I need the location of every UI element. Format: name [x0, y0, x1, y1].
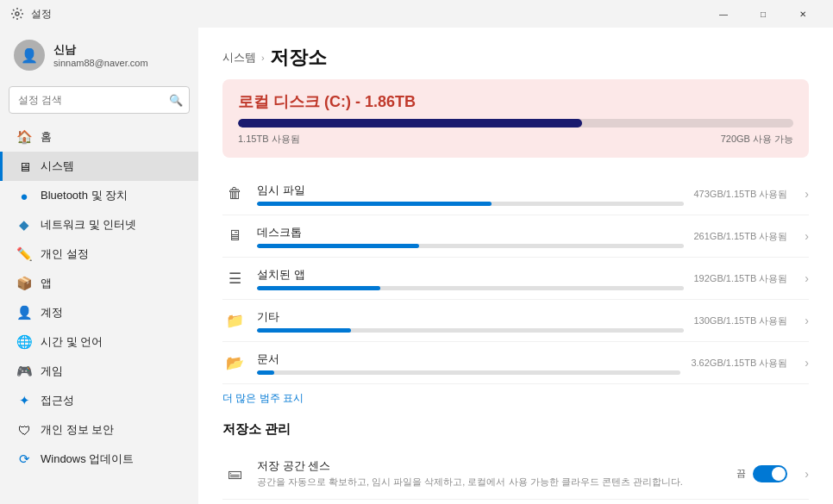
toggle-switch-sense[interactable]: [753, 465, 787, 482]
sidebar-item-label-apps: 앱: [41, 276, 52, 291]
cat-bar-fill-desktop: [257, 244, 419, 248]
breadcrumb: 시스템 › 저장소: [222, 45, 809, 71]
cat-arrow-desktop: ›: [805, 229, 809, 243]
cat-info-docs: 문서: [257, 352, 680, 375]
cat-bar-fill-other: [257, 328, 351, 333]
title-bar-controls: — □ ✕: [704, 0, 823, 28]
sidebar-item-label-privacy: 개인 정보 보안: [41, 422, 114, 438]
category-item-apps[interactable]: ☰ 설치된 앱 192GB/1.15TB 사용됨 ›: [222, 258, 809, 300]
cat-name-docs: 문서: [257, 352, 680, 367]
title-bar-left: 설정: [10, 7, 52, 22]
sidebar-item-personalization[interactable]: ✏️ 개인 설정: [0, 240, 198, 269]
gaming-icon: 🎮: [16, 364, 32, 379]
sidebar-item-time[interactable]: 🌐 시간 및 언어: [0, 327, 198, 357]
sidebar-item-label-gaming: 게임: [41, 364, 63, 379]
cat-size-temp: 473GB/1.15TB 사용됨: [694, 188, 788, 201]
cat-info-temp: 임시 파일: [257, 183, 684, 206]
sidebar: 👤 신남 sinnam88@naver.com 🔍 🏠 홈 🖥 시스템 ● Bl…: [0, 28, 198, 504]
sidebar-item-label-network: 네트워크 및 인터넷: [41, 217, 136, 233]
search-box: 🔍: [9, 86, 190, 114]
sidebar-item-system[interactable]: 🖥 시스템: [0, 152, 198, 181]
category-list: 🗑 임시 파일 473GB/1.15TB 사용됨 › 🖥 데스크톱: [222, 173, 809, 384]
cat-info-desktop: 데스크톱: [257, 225, 684, 248]
cat-bar-bg-docs: [257, 370, 680, 375]
title-bar: 설정 — □ ✕: [0, 0, 833, 28]
breadcrumb-current: 저장소: [270, 45, 327, 71]
profile-name: 신남: [53, 42, 148, 58]
maximize-button[interactable]: □: [743, 0, 783, 28]
sidebar-item-label-accounts: 계정: [41, 305, 63, 320]
docs-icon: 📂: [222, 351, 247, 375]
avatar: 👤: [14, 40, 45, 71]
apps-icon: 📦: [16, 276, 32, 291]
cat-arrow-temp: ›: [805, 187, 809, 201]
mgmt-item-sense: 🖴 저장 공간 센스 공간을 자동으로 확보하고, 임시 파일을 삭제하고, 로…: [222, 448, 809, 500]
disk-free-label: 720GB 사용 가능: [721, 133, 793, 146]
more-categories-link[interactable]: 더 많은 범주 표시: [222, 391, 809, 406]
profile-email: sinnam88@naver.com: [53, 58, 148, 68]
category-item-other[interactable]: 📁 기타 130GB/1.15TB 사용됨 ›: [222, 300, 809, 342]
minimize-button[interactable]: —: [704, 0, 743, 28]
cat-size-desktop: 261GB/1.15TB 사용됨: [694, 230, 788, 243]
disk-stats: 1.15TB 사용됨 720GB 사용 가능: [238, 133, 793, 146]
home-icon: 🏠: [16, 129, 32, 145]
sidebar-nav: 🏠 홈 🖥 시스템 ● Bluetooth 및 장치 ◆ 네트워크 및 인터넷 …: [0, 122, 198, 474]
sidebar-item-apps[interactable]: 📦 앱: [0, 269, 198, 298]
sidebar-item-gaming[interactable]: 🎮 게임: [0, 357, 198, 386]
sidebar-item-label-system: 시스템: [41, 159, 74, 174]
content-area: 시스템 › 저장소 로컬 디스크 (C:) - 1.86TB 1.15TB 사용…: [198, 28, 833, 504]
disk-bar-fill: [238, 119, 582, 128]
cat-size-docs: 3.62GB/1.15TB 사용됨: [691, 357, 787, 370]
disk-used-label: 1.15TB 사용됨: [238, 133, 300, 146]
sidebar-item-privacy[interactable]: 🛡 개인 정보 보안: [0, 415, 198, 445]
bluetooth-icon: ●: [16, 188, 32, 203]
cat-size-other: 130GB/1.15TB 사용됨: [694, 314, 788, 327]
sidebar-item-network[interactable]: ◆ 네트워크 및 인터넷: [0, 210, 198, 240]
search-icon: 🔍: [169, 94, 183, 107]
mgmt-item-recommend[interactable]: 추천 정리 항목 ›: [222, 500, 809, 504]
sidebar-item-accessibility[interactable]: ✦ 접근성: [0, 386, 198, 415]
installed-apps-icon: ☰: [222, 266, 247, 290]
sidebar-item-label-windows-update: Windows 업데이트: [41, 451, 134, 467]
toggle-area-sense: 끔: [736, 465, 787, 482]
cat-name-apps: 설치된 앱: [257, 267, 684, 283]
mgmt-name-sense: 저장 공간 센스: [257, 458, 726, 474]
temp-icon: 🗑: [222, 182, 247, 206]
sense-icon: 🖴: [222, 462, 247, 486]
sidebar-item-label-personalization: 개인 설정: [41, 246, 89, 262]
category-item-desktop[interactable]: 🖥 데스크톱 261GB/1.15TB 사용됨 ›: [222, 215, 809, 258]
personalization-icon: ✏️: [16, 246, 32, 262]
cat-bar-fill-docs: [257, 370, 274, 375]
cat-bar-bg-desktop: [257, 244, 684, 248]
disk-bar-bg: [238, 119, 793, 128]
other-icon: 📁: [222, 308, 247, 333]
breadcrumb-arrow: ›: [261, 53, 265, 63]
sidebar-item-label-accessibility: 접근성: [41, 393, 74, 408]
category-item-docs[interactable]: 📂 문서 3.62GB/1.15TB 사용됨 ›: [222, 342, 809, 384]
sidebar-item-bluetooth[interactable]: ● Bluetooth 및 장치: [0, 181, 198, 210]
cat-bar-fill-apps: [257, 286, 380, 290]
cat-bar-fill-temp: [257, 202, 492, 206]
sidebar-item-accounts[interactable]: 👤 계정: [0, 298, 198, 327]
sidebar-item-windows-update[interactable]: ⟳ Windows 업데이트: [0, 445, 198, 474]
sidebar-item-label-time: 시간 및 언어: [41, 334, 103, 350]
sidebar-item-label-bluetooth: Bluetooth 및 장치: [41, 188, 128, 203]
search-input[interactable]: [9, 86, 190, 114]
category-item-temp[interactable]: 🗑 임시 파일 473GB/1.15TB 사용됨 ›: [222, 173, 809, 215]
cat-name-other: 기타: [257, 309, 684, 325]
cat-bar-bg-apps: [257, 286, 684, 290]
title-bar-title: 설정: [31, 7, 52, 22]
windows-update-icon: ⟳: [16, 451, 32, 467]
toggle-label-sense: 끔: [736, 467, 746, 480]
cat-name-desktop: 데스크톱: [257, 225, 684, 240]
profile-info: 신남 sinnam88@naver.com: [53, 42, 148, 68]
cat-bar-bg-temp: [257, 202, 684, 206]
close-button[interactable]: ✕: [783, 0, 823, 28]
cat-name-temp: 임시 파일: [257, 183, 684, 198]
time-icon: 🌐: [16, 334, 32, 350]
main-layout: 👤 신남 sinnam88@naver.com 🔍 🏠 홈 🖥 시스템 ● Bl…: [0, 28, 833, 504]
sidebar-item-home[interactable]: 🏠 홈: [0, 122, 198, 152]
cat-size-apps: 192GB/1.15TB 사용됨: [694, 272, 788, 285]
svg-point-0: [16, 12, 19, 16]
cat-info-other: 기타: [257, 309, 684, 333]
